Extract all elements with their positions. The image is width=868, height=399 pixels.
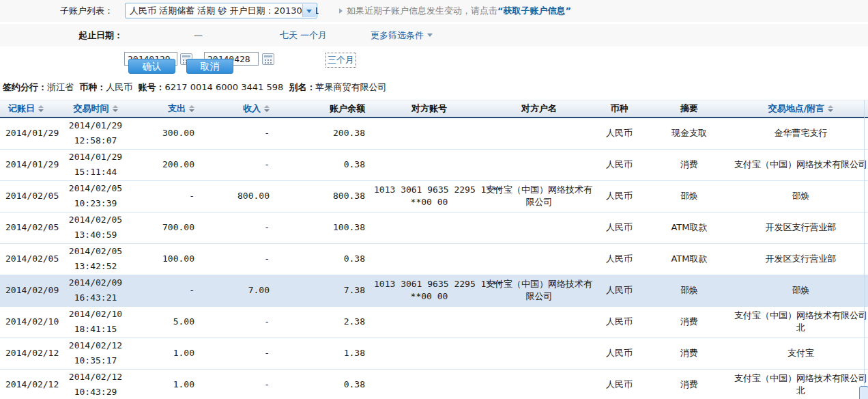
cell-summary: 消费	[645, 338, 734, 369]
cell-date: 2014/02/05	[0, 212, 61, 243]
cell-currency: 人民币	[594, 369, 645, 399]
cell-balance: 0.38	[280, 369, 374, 399]
counter-account-line1: 1013 3061 9635 2295 1***	[374, 184, 484, 196]
cell-time-date: 2014/02/05	[61, 214, 130, 226]
column-header-label: 对方账号	[411, 103, 447, 113]
sub-account-select[interactable]: 人民币 活期储蓄 活期 钞 开户日期：20130611	[125, 3, 317, 18]
cell-counter-account: 1013 3061 9635 2295 1*** **00 00	[374, 275, 484, 306]
cell-summary: 消费	[645, 149, 734, 180]
quick-link-3-months[interactable]: 三个月	[326, 53, 356, 68]
more-filters-link[interactable]: 更多筛选条件	[371, 24, 433, 46]
cell-time: 2014/01/29 15:11:44	[61, 149, 130, 180]
cell-counter-account	[374, 243, 484, 275]
cell-time: 2014/02/12 10:43:29	[61, 369, 130, 399]
cell-counter-account	[374, 118, 484, 150]
cell-credit: -	[205, 338, 280, 369]
cell-credit: -	[205, 306, 280, 338]
account-number-label: 账号：	[139, 82, 165, 92]
cell-balance: 7.38	[280, 275, 374, 306]
table-row[interactable]: 2014/02/05 2014/02/05 13:42:52 100.00 - …	[0, 243, 868, 275]
cell-debit: 300.00	[130, 118, 205, 150]
quick-link-1-month[interactable]: 一个月	[300, 24, 327, 46]
table-right-border	[864, 100, 865, 399]
quick-link-7-days[interactable]: 七天	[280, 24, 298, 46]
cell-time: 2014/02/10 18:41:15	[61, 306, 130, 338]
calendar-icon[interactable]	[262, 53, 274, 65]
cell-location: 开发区支行营业部	[734, 212, 868, 243]
fetch-sub-account-link[interactable]: “获取子账户信息”	[497, 5, 571, 16]
cell-counter-account	[374, 369, 484, 399]
cell-currency: 人民币	[594, 275, 645, 306]
cell-location: 支付宝（中国）网络技术有限公司北	[734, 306, 868, 338]
cell-balance: 200.38	[280, 118, 374, 150]
cell-debit: 200.00	[130, 149, 205, 180]
table-row[interactable]: 2014/01/29 2014/01/29 12:58:07 300.00 - …	[0, 118, 868, 150]
column-header-label: 交易时间	[74, 103, 109, 113]
cell-counter-name: 支付宝（中国）网络技术有限公司	[484, 180, 594, 212]
table-row[interactable]: 2014/02/05 2014/02/05 13:40:59 700.00 - …	[0, 212, 868, 243]
column-header-time[interactable]: 交易时间	[61, 100, 130, 118]
cell-balance: 2.38	[280, 306, 374, 338]
cell-time-date: 2014/02/12	[61, 371, 130, 383]
currency-label: 币种：	[79, 82, 106, 92]
table-row[interactable]: 2014/02/12 2014/02/12 10:43:29 1.00 - 0.…	[0, 369, 868, 399]
cell-time-date: 2014/02/05	[61, 245, 130, 258]
cell-counter-name	[484, 243, 594, 275]
cell-time-clock: 10:23:39	[61, 197, 130, 210]
cell-balance: 800.38	[280, 180, 374, 212]
counter-account-line2: **00 00	[374, 196, 484, 208]
table-row[interactable]: 2014/02/09 2014/02/09 16:43:21 - 7.00 7.…	[0, 275, 868, 306]
cell-time: 2014/02/05 13:40:59	[61, 212, 130, 243]
column-header-label: 币种	[611, 103, 628, 113]
cell-counter-name	[484, 369, 594, 399]
column-header-label: 交易地点/附言	[768, 103, 825, 113]
cell-debit: -	[130, 275, 205, 306]
cell-counter-account: 1013 3061 9635 2295 1*** **00 00	[374, 180, 484, 212]
cell-location: 邵焕	[734, 275, 868, 306]
column-header-label: 对方户名	[521, 103, 557, 113]
cell-credit: 800.00	[205, 180, 280, 212]
cell-time-clock: 18:41:15	[61, 323, 130, 335]
table-row[interactable]: 2014/02/05 2014/02/05 10:23:39 - 800.00 …	[0, 180, 868, 212]
cell-counter-name	[484, 338, 594, 369]
cell-time: 2014/01/29 12:58:07	[61, 118, 130, 150]
column-header-label: 摘要	[680, 103, 698, 113]
cell-currency: 人民币	[594, 180, 645, 212]
table-row[interactable]: 2014/02/10 2014/02/10 18:41:15 5.00 - 2.…	[0, 306, 868, 338]
cell-time-clock: 10:43:29	[61, 386, 130, 398]
table-row[interactable]: 2014/02/12 2014/02/12 10:35:17 1.00 - 1.…	[0, 338, 868, 369]
cell-time: 2014/02/05 13:42:52	[61, 243, 130, 275]
transaction-page: { "topbar": { "sub_account_label": "子账户列…	[0, 0, 868, 399]
cell-counter-account	[374, 338, 484, 369]
cell-time-date: 2014/01/29	[61, 151, 130, 163]
cancel-button[interactable]: 取消	[186, 59, 233, 74]
sort-arrows-icon	[264, 105, 270, 112]
column-header-date[interactable]: 记账日	[0, 100, 61, 118]
cell-date: 2014/02/05	[0, 243, 61, 275]
chevron-down-icon	[306, 10, 312, 13]
cell-time-clock: 15:11:44	[61, 166, 130, 178]
cell-balance: 0.38	[280, 243, 374, 275]
cell-date: 2014/02/12	[0, 338, 61, 369]
cell-location: 金华曹宅支行	[734, 118, 868, 150]
dropdown-button[interactable]	[302, 4, 316, 17]
sub-account-label: 子账户列表：	[60, 0, 113, 22]
cell-currency: 人民币	[594, 118, 645, 150]
hint-text: 如果近期子账户信息发生变动，请点击“获取子账户信息”	[339, 0, 571, 22]
column-header-credit[interactable]: 收入	[205, 100, 280, 118]
scrollbar-thumb[interactable]	[859, 386, 868, 399]
cell-time: 2014/02/05 10:23:39	[61, 180, 130, 212]
column-header-currency: 币种	[594, 100, 645, 118]
cell-credit: -	[205, 369, 280, 399]
cell-date: 2014/02/10	[0, 306, 61, 338]
column-header-label: 收入	[243, 103, 261, 113]
column-header-debit[interactable]: 支出	[130, 100, 205, 118]
counter-account-line1: 1013 3061 9635 2295 1***	[374, 278, 484, 290]
column-header-location[interactable]: 交易地点/附言	[734, 100, 868, 118]
cell-date: 2014/02/12	[0, 369, 61, 399]
cell-time-clock: 13:42:52	[61, 260, 130, 273]
column-header-balance: 账户余额	[280, 100, 374, 118]
confirm-button[interactable]: 确认	[128, 59, 175, 74]
cell-counter-name	[484, 306, 594, 338]
table-row[interactable]: 2014/01/29 2014/01/29 15:11:44 200.00 - …	[0, 149, 868, 180]
